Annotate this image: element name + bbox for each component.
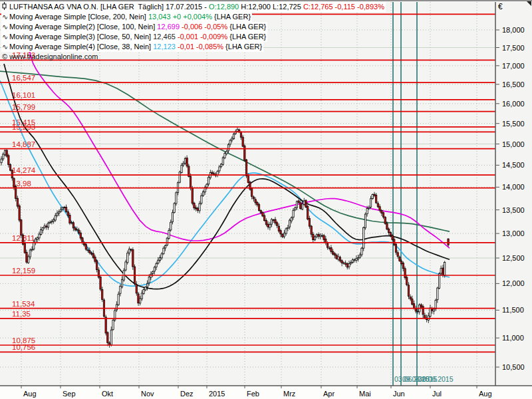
svg-text:Nov: Nov	[141, 390, 154, 398]
svg-text:14,887: 14,887	[12, 140, 35, 148]
svg-text:10,500: 10,500	[502, 363, 525, 371]
copyright-notice[interactable]: © www.tradesignalonline.com	[1, 52, 99, 62]
svg-text:2015: 2015	[209, 390, 225, 398]
wave-icon: ∿	[2, 22, 9, 32]
window-top-edge	[0, 0, 532, 1]
indicator-value: 12,123	[153, 43, 176, 51]
wave-icon: ∿	[2, 12, 9, 22]
currency-symbol: €	[498, 2, 503, 11]
legend-title-row[interactable]: LUFTHANSA AG VNA O.N. [LHA GER Täglich] …	[1, 2, 386, 12]
legend-indicator-row-ma38[interactable]: ∿Moving Average Simple(4) [Close, 38, Ne…	[1, 42, 263, 52]
svg-text:16,000: 16,000	[502, 100, 525, 108]
indicator-suffix: {LHA GER}	[212, 13, 251, 21]
indicator-name: Moving Average Simple [Close, 200, Nein]	[9, 13, 148, 21]
svg-text:12,159: 12,159	[12, 267, 35, 275]
indicator-value: 12,699	[157, 23, 180, 31]
svg-text:17,500: 17,500	[502, 44, 525, 52]
legend-indicator-row-ma200[interactable]: ∿Moving Average Simple [Close, 200, Nein…	[1, 12, 252, 22]
svg-text:Jul: Jul	[432, 390, 442, 398]
svg-text:14,000: 14,000	[502, 183, 525, 191]
svg-text:12,500: 12,500	[502, 254, 525, 262]
close-change-values: C:12,765 -0,115 -0,893%	[303, 3, 384, 11]
svg-text:Okt: Okt	[102, 390, 113, 398]
svg-text:30.06.2015: 30.06.2015	[418, 375, 454, 383]
indicator-change: -0,001 -0,009%	[176, 33, 227, 41]
svg-text:11,000: 11,000	[502, 334, 524, 342]
instrument-title: LUFTHANSA AG VNA O.N. [LHA GER Täglich] …	[9, 3, 209, 11]
indicator-name: Moving Average Simple(4) [Close, 38, Nei…	[9, 43, 153, 51]
time-axis-panel[interactable]	[0, 386, 532, 399]
svg-text:Jun: Jun	[393, 390, 405, 398]
svg-text:16,101: 16,101	[12, 91, 35, 99]
svg-text:Sep: Sep	[63, 390, 76, 398]
chart-window: 17,15316,54716,10115,79915,41515,29314,8…	[0, 0, 532, 399]
legend-indicator-row-ma100[interactable]: ∿Moving Average Simple(2) [Close, 100, N…	[1, 22, 267, 32]
indicator-name: Moving Average Simple(3) [Close, 50, Nei…	[9, 33, 153, 41]
svg-text:15,500: 15,500	[502, 120, 525, 128]
legend-indicator-row-ma50[interactable]: ∿Moving Average Simple(3) [Close, 50, Ne…	[1, 32, 267, 42]
high-low-values: H:12,900 L:12,725	[239, 3, 303, 11]
event-date-labels: 03.06.201509.06.201530.06.2015	[394, 375, 454, 383]
open-value: O:12,890	[209, 3, 239, 11]
copyright-text: © www.tradesignalonline.com	[2, 53, 98, 61]
indicator-value: 12,465	[153, 33, 176, 41]
svg-text:Apr: Apr	[323, 390, 334, 398]
indicator-suffix: {LHA GER}	[227, 23, 266, 31]
svg-text:Mai: Mai	[359, 390, 371, 398]
wave-icon: ∿	[2, 32, 9, 42]
indicator-suffix: {LHA GER}	[227, 33, 266, 41]
svg-text:Aug: Aug	[23, 390, 37, 398]
svg-text:13,000: 13,000	[502, 229, 525, 237]
svg-text:13,500: 13,500	[502, 206, 525, 214]
indicator-change: +0 +0,004%	[171, 13, 212, 21]
svg-text:Feb: Feb	[247, 390, 259, 398]
svg-text:11,500: 11,500	[502, 306, 524, 314]
svg-text:15,000: 15,000	[502, 140, 525, 148]
svg-text:16,547: 16,547	[12, 74, 35, 82]
svg-text:Aug: Aug	[479, 390, 492, 398]
svg-text:11,35: 11,35	[12, 310, 31, 318]
svg-text:18,000: 18,000	[502, 26, 525, 34]
svg-text:Mrz: Mrz	[283, 390, 295, 398]
indicator-suffix: {LHA GER}	[223, 43, 262, 51]
svg-text:14,500: 14,500	[502, 161, 525, 169]
indicator-change: -0,01 -0,085%	[176, 43, 223, 51]
svg-text:10,756: 10,756	[12, 343, 35, 351]
chart-legend: LUFTHANSA AG VNA O.N. [LHA GER Täglich] …	[1, 2, 386, 62]
wave-icon: ∿	[2, 42, 9, 52]
svg-text:17,000: 17,000	[502, 62, 525, 70]
svg-text:14,274: 14,274	[12, 166, 36, 174]
svg-text:11,534: 11,534	[12, 300, 35, 308]
svg-text:16,500: 16,500	[502, 80, 525, 88]
indicator-value: 13,043	[148, 13, 171, 21]
svg-text:12,000: 12,000	[502, 279, 525, 287]
indicator-change: -0,006 -0,05%	[180, 23, 227, 31]
indicator-name: Moving Average Simple(2) [Close, 100, Ne…	[9, 23, 157, 31]
svg-text:Dez: Dez	[180, 390, 194, 398]
